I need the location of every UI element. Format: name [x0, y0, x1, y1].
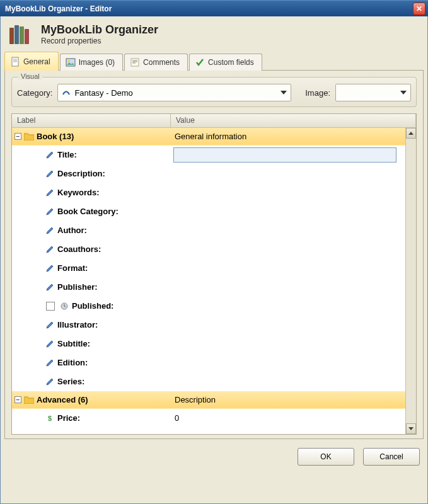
scrollbar[interactable]	[405, 128, 416, 434]
column-value[interactable]: Value	[171, 114, 416, 127]
group-title: Advanced (6)	[37, 395, 88, 404]
field-subtitle[interactable]: Subtitle:	[12, 335, 405, 353]
category-value: Fantasy - Demo	[74, 88, 132, 98]
chevron-down-icon	[281, 91, 287, 94]
group-advanced[interactable]: − Advanced (6) Description	[12, 391, 405, 409]
field-label: Keywords:	[57, 188, 99, 197]
image-label: Image:	[305, 88, 330, 98]
folder-icon	[24, 132, 34, 140]
chevron-down-icon	[408, 427, 414, 430]
dialog-buttons: OK Cancel	[4, 439, 424, 469]
field-label: Subtitle:	[57, 339, 90, 348]
app-subtitle: Record properties	[41, 37, 158, 45]
svg-rect-0	[9, 28, 14, 44]
field-label: ISBN:	[57, 432, 79, 434]
field-published[interactable]: Published:	[12, 297, 405, 316]
svg-text:$: $	[48, 415, 52, 422]
tab-panel-general: Visual Category: Fantasy - Demo Image:	[4, 71, 424, 439]
field-label: Published:	[72, 301, 113, 311]
tab-strip: General Images (0) Comments Custom field…	[4, 52, 424, 71]
field-label: Coauthors:	[57, 244, 101, 254]
visual-legend: Visual	[18, 72, 42, 80]
chevron-down-icon	[400, 91, 407, 94]
pencil-icon	[45, 320, 55, 330]
tab-label: Custom fields	[208, 58, 254, 67]
field-keywords[interactable]: Keywords:	[12, 183, 405, 202]
pencil-icon	[45, 432, 55, 435]
field-publisher[interactable]: Publisher:	[12, 278, 405, 297]
tab-general[interactable]: General	[4, 52, 59, 71]
field-label: Description:	[57, 169, 105, 178]
pencil-icon	[45, 207, 55, 217]
tab-images[interactable]: Images (0)	[60, 54, 123, 71]
date-icon	[59, 301, 69, 311]
pencil-icon	[45, 150, 55, 160]
tab-label: Images (0)	[79, 58, 115, 67]
grid-rows: − Book (13) General information Title:	[12, 128, 405, 434]
close-icon: ✕	[416, 4, 422, 13]
title-input[interactable]	[173, 147, 396, 163]
field-author[interactable]: Author:	[12, 221, 405, 240]
image-icon	[66, 57, 76, 67]
pencil-icon	[45, 226, 55, 236]
grid-header: Label Value	[12, 114, 416, 128]
svg-rect-7	[131, 59, 139, 66]
svg-rect-1	[14, 25, 19, 44]
column-label[interactable]: Label	[12, 114, 171, 127]
field-label: Book Category:	[57, 207, 119, 216]
pencil-icon	[45, 188, 55, 198]
scroll-down-button[interactable]	[406, 423, 416, 434]
image-combo[interactable]	[335, 84, 411, 101]
svg-point-6	[67, 60, 69, 62]
visual-group: Visual Category: Fantasy - Demo Image:	[11, 77, 417, 107]
pencil-icon	[45, 377, 55, 387]
svg-rect-3	[25, 29, 29, 44]
check-icon	[195, 57, 205, 67]
header: MyBookLib Organizer Record properties	[4, 20, 424, 52]
field-label: Series:	[57, 377, 84, 386]
group-title: Book (13)	[37, 132, 74, 141]
cancel-button[interactable]: Cancel	[363, 448, 420, 466]
window-body: MyBookLib Organizer Record properties Ge…	[0, 16, 428, 504]
field-value: 0	[171, 413, 405, 423]
field-isbn[interactable]: ISBN:	[12, 428, 405, 434]
field-description[interactable]: Description:	[12, 164, 405, 183]
field-label: Publisher:	[57, 282, 98, 292]
tab-custom-fields[interactable]: Custom fields	[189, 54, 262, 71]
app-title: MyBookLib Organizer	[41, 23, 158, 37]
close-button[interactable]: ✕	[413, 3, 425, 15]
tab-label: Comments	[143, 58, 180, 67]
published-checkbox[interactable]	[46, 302, 55, 311]
collapse-icon[interactable]: −	[14, 133, 21, 140]
collapse-icon[interactable]: −	[14, 396, 21, 403]
books-icon	[8, 23, 35, 45]
category-label: Category:	[17, 88, 52, 98]
fantasy-icon	[62, 88, 71, 98]
pencil-icon	[45, 169, 55, 179]
field-format[interactable]: Format:	[12, 259, 405, 278]
field-series[interactable]: Series:	[12, 372, 405, 391]
tab-comments[interactable]: Comments	[124, 54, 188, 71]
field-label: Price:	[57, 413, 80, 423]
document-icon	[10, 57, 20, 67]
group-book[interactable]: − Book (13) General information	[12, 128, 405, 146]
field-illustrator[interactable]: Illustrator:	[12, 316, 405, 335]
title-bar: MyBookLib Organizer - Editor ✕	[0, 0, 428, 16]
note-icon	[130, 57, 140, 67]
ok-button[interactable]: OK	[298, 448, 354, 466]
chevron-up-icon	[408, 132, 414, 135]
scroll-up-button[interactable]	[406, 128, 416, 139]
field-title[interactable]: Title:	[12, 146, 405, 164]
field-coauthors[interactable]: Coauthors:	[12, 240, 405, 259]
category-combo[interactable]: Fantasy - Demo	[57, 84, 291, 101]
pencil-icon	[45, 263, 55, 273]
field-label: Illustrator:	[57, 320, 98, 329]
field-label: Edition:	[57, 358, 88, 367]
property-grid: Label Value − Book (13) General i	[11, 113, 417, 435]
group-summary: General information	[171, 132, 405, 141]
field-book-category[interactable]: Book Category:	[12, 202, 405, 221]
field-edition[interactable]: Edition:	[12, 353, 405, 372]
field-price[interactable]: $Price: 0	[12, 409, 405, 428]
folder-icon	[24, 396, 34, 404]
svg-rect-5	[66, 59, 75, 66]
